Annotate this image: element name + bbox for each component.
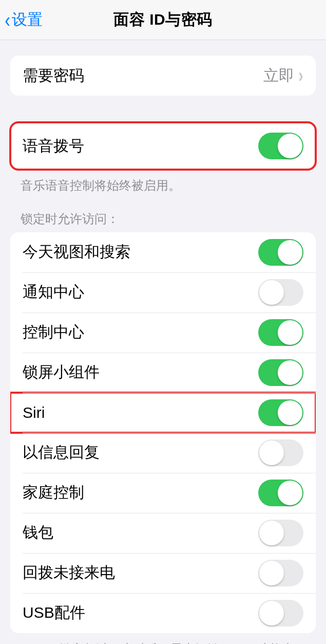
return-missed-call-label: 回拨未接来电	[23, 562, 115, 583]
lock-widgets-row: 锁屏小组件	[10, 353, 316, 393]
reply-message-row: 以信息回复	[10, 433, 316, 473]
passcode-group: 需要密码 立即 ›	[10, 56, 316, 96]
today-search-label: 今天视图和搜索	[23, 242, 130, 263]
voice-dial-toggle[interactable]	[258, 133, 303, 159]
return-missed-call-toggle[interactable]	[258, 560, 303, 586]
voice-dial-group: 语音拨号	[10, 122, 316, 170]
return-missed-call-row: 回拨未接来电	[10, 553, 316, 593]
back-label: 设置	[12, 9, 43, 30]
notification-center-label: 通知中心	[23, 282, 84, 303]
chevron-right-icon: ›	[299, 64, 303, 87]
require-passcode-row[interactable]: 需要密码 立即 ›	[10, 56, 316, 96]
home-control-row: 家庭控制	[10, 473, 316, 513]
control-center-label: 控制中心	[23, 322, 84, 343]
usb-accessories-row: USB配件	[10, 593, 316, 633]
siri-label: Siri	[23, 404, 45, 421]
home-control-label: 家庭控制	[23, 482, 84, 503]
reply-message-label: 以信息回复	[23, 442, 100, 463]
nav-bar: ‹ 设置 面容 ID与密码	[0, 0, 326, 40]
usb-accessories-toggle[interactable]	[258, 600, 303, 627]
notification-center-row: 通知中心	[10, 272, 316, 312]
voice-dial-label: 语音拨号	[23, 136, 84, 157]
control-center-toggle[interactable]	[258, 319, 303, 346]
voice-dial-row: 语音拨号	[10, 122, 316, 170]
wallet-toggle[interactable]	[258, 520, 303, 546]
require-passcode-value: 立即	[263, 65, 294, 86]
today-search-row: 今天视图和搜索	[10, 232, 316, 272]
back-button[interactable]: ‹ 设置	[4, 0, 43, 40]
notification-center-toggle[interactable]	[258, 279, 303, 306]
chevron-left-icon: ‹	[5, 10, 10, 30]
lock-widgets-toggle[interactable]	[258, 359, 303, 386]
siri-toggle[interactable]	[258, 399, 303, 426]
page-title: 面容 ID与密码	[113, 9, 212, 30]
siri-row: Siri	[10, 393, 316, 433]
home-control-toggle[interactable]	[258, 480, 303, 506]
today-search-toggle[interactable]	[258, 239, 303, 266]
wallet-label: 钱包	[23, 522, 53, 543]
reply-message-toggle[interactable]	[258, 439, 303, 466]
require-passcode-label: 需要密码	[23, 65, 84, 86]
voice-dial-footer: 音乐语音控制将始终被启用。	[21, 177, 305, 194]
lock-access-group: 今天视图和搜索通知中心控制中心锁屏小组件Siri以信息回复家庭控制钱包回拨未接来…	[10, 232, 316, 633]
wallet-row: 钱包	[10, 513, 316, 553]
usb-accessories-label: USB配件	[23, 602, 85, 623]
content: 需要密码 立即 › 语音拨号 音乐语音控制将始终被启用。 锁定时允许访问： 今天…	[0, 56, 326, 644]
lock-widgets-label: 锁屏小组件	[23, 362, 100, 383]
lock-access-header: 锁定时允许访问：	[21, 211, 305, 227]
control-center-row: 控制中心	[10, 312, 316, 353]
lock-access-footer: iPhone锁定超过一小时后，需先解锁iPhone才能允许USB配件连接。	[21, 640, 305, 644]
